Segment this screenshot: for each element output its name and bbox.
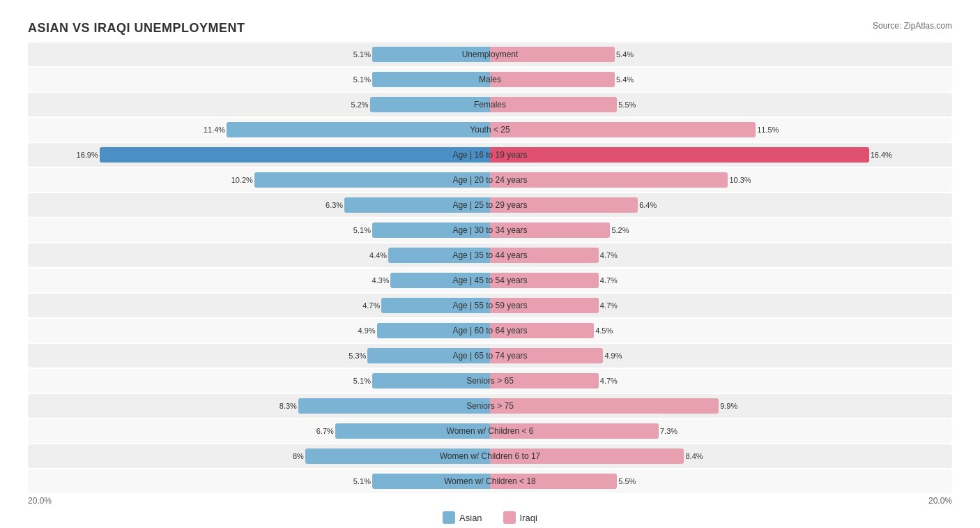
val-asian: 4.3% xyxy=(372,276,389,285)
bar-row: 5.1%5.4%Unemployment xyxy=(28,43,952,66)
val-asian: 5.1% xyxy=(353,377,371,385)
legend-iraqi: Iraqi xyxy=(503,511,537,524)
bar-row: 11.4%11.5%Youth < 25 xyxy=(28,118,952,142)
chart-area: 10.2%10.3%Age | 20 to 24 years xyxy=(28,168,952,192)
chart-area: 5.1%5.5%Women w/ Children < 18 xyxy=(28,469,952,493)
bar-label: Age | 60 to 64 years xyxy=(452,319,527,342)
chart-area: 8.3%9.9%Seniors > 75 xyxy=(28,394,952,418)
val-asian: 10.2% xyxy=(231,176,253,184)
bar-asian xyxy=(100,147,490,163)
bar-row: 5.1%5.2%Age | 30 to 34 years xyxy=(28,218,952,242)
bar-label: Seniors > 65 xyxy=(466,369,514,393)
val-iraqi: 10.3% xyxy=(729,176,751,184)
val-iraqi: 5.5% xyxy=(618,477,636,485)
bar-row: 5.3%4.9%Age | 65 to 74 years xyxy=(28,344,952,368)
val-asian: 6.7% xyxy=(316,427,334,435)
val-asian: 4.9% xyxy=(358,326,376,335)
bar-iraqi xyxy=(490,72,615,87)
bar-iraqi xyxy=(490,398,719,414)
chart-header: ASIAN VS IRAQI UNEMPLOYMENT Source: ZipA… xyxy=(28,21,952,36)
bar-row: 8%8.4%Women w/ Children 6 to 17 xyxy=(28,444,952,468)
bar-label: Age | 25 to 29 years xyxy=(452,193,527,217)
bar-label: Males xyxy=(479,68,501,91)
chart-area: 5.2%5.5%Females xyxy=(28,93,952,116)
bar-row: 5.1%4.7%Seniors > 65 xyxy=(28,369,952,393)
val-iraqi: 16.4% xyxy=(871,151,892,159)
axis-left-label: 20.0% xyxy=(28,496,52,506)
val-iraqi: 4.9% xyxy=(604,352,622,360)
bar-row: 8.3%9.9%Seniors > 75 xyxy=(28,394,952,418)
chart-area: 5.1%5.2%Age | 30 to 34 years xyxy=(28,218,952,242)
val-iraqi: 4.7% xyxy=(600,251,618,259)
bar-row: 4.9%4.5%Age | 60 to 64 years xyxy=(28,319,952,342)
bar-label: Seniors > 75 xyxy=(466,394,514,418)
bar-row: 4.4%4.7%Age | 35 to 44 years xyxy=(28,243,952,267)
val-asian: 16.9% xyxy=(77,151,98,159)
val-asian: 8% xyxy=(293,452,304,460)
val-asian: 6.3% xyxy=(326,201,343,209)
val-asian: 5.1% xyxy=(353,50,371,59)
bar-row: 4.3%4.7%Age | 45 to 54 years xyxy=(28,269,952,292)
bar-row: 6.7%7.3%Women w/ Children < 6 xyxy=(28,419,952,443)
chart-area: 11.4%11.5%Youth < 25 xyxy=(28,118,952,142)
val-asian: 5.3% xyxy=(349,352,366,360)
bar-row: 16.9%16.4%Age | 16 to 19 years xyxy=(28,143,952,167)
chart-container: ASIAN VS IRAQI UNEMPLOYMENT Source: ZipA… xyxy=(14,14,966,528)
chart-legend: Asian Iraqi xyxy=(28,511,952,524)
chart-area: 4.4%4.7%Age | 35 to 44 years xyxy=(28,243,952,267)
bar-label: Age | 30 to 34 years xyxy=(452,218,527,242)
chart-area: 4.3%4.7%Age | 45 to 54 years xyxy=(28,269,952,292)
bar-label: Unemployment xyxy=(462,43,519,66)
chart-area: 8%8.4%Women w/ Children 6 to 17 xyxy=(28,444,952,468)
bar-iraqi xyxy=(490,122,756,137)
bar-asian xyxy=(370,97,490,112)
axis-labels: 20.0% 20.0% xyxy=(28,496,952,506)
val-iraqi: 4.5% xyxy=(595,326,613,335)
val-asian: 5.1% xyxy=(353,75,371,84)
bar-row: 5.2%5.5%Females xyxy=(28,93,952,116)
chart-area: 5.1%4.7%Seniors > 65 xyxy=(28,369,952,393)
legend-asian-label: Asian xyxy=(459,513,482,523)
chart-title: ASIAN VS IRAQI UNEMPLOYMENT xyxy=(28,21,245,36)
bar-label: Age | 55 to 59 years xyxy=(452,294,527,317)
bar-row: 6.3%6.4%Age | 25 to 29 years xyxy=(28,193,952,217)
bar-label: Age | 35 to 44 years xyxy=(452,243,527,267)
chart-source: Source: ZipAtlas.com xyxy=(873,21,952,31)
val-iraqi: 4.7% xyxy=(600,276,618,285)
val-asian: 11.4% xyxy=(204,126,225,134)
legend-iraqi-label: Iraqi xyxy=(520,513,537,523)
val-asian: 8.3% xyxy=(280,402,297,410)
bar-iraqi xyxy=(490,147,869,163)
bar-label: Youth < 25 xyxy=(470,118,510,142)
bar-label: Women w/ Children < 18 xyxy=(444,469,536,493)
bar-asian xyxy=(227,122,490,137)
val-asian: 4.4% xyxy=(369,251,387,259)
chart-area: 4.7%4.7%Age | 55 to 59 years xyxy=(28,294,952,317)
val-iraqi: 5.2% xyxy=(611,226,629,234)
val-iraqi: 4.7% xyxy=(600,301,618,310)
bar-row: 4.7%4.7%Age | 55 to 59 years xyxy=(28,294,952,317)
legend-asian-color xyxy=(443,511,455,524)
legend-iraqi-color xyxy=(503,511,516,524)
chart-area: 6.3%6.4%Age | 25 to 29 years xyxy=(28,193,952,217)
val-iraqi: 5.5% xyxy=(618,100,636,109)
bar-label: Women w/ Children 6 to 17 xyxy=(440,444,541,468)
val-asian: 5.2% xyxy=(351,100,369,109)
val-asian: 5.1% xyxy=(353,226,371,234)
bar-asian xyxy=(298,398,490,414)
chart-area: 4.9%4.5%Age | 60 to 64 years xyxy=(28,319,952,342)
val-iraqi: 8.4% xyxy=(685,452,703,460)
bar-label: Age | 16 to 19 years xyxy=(452,143,527,167)
val-iraqi: 7.3% xyxy=(660,427,677,435)
val-asian: 4.7% xyxy=(362,301,380,310)
bar-iraqi xyxy=(490,97,617,112)
val-iraqi: 5.4% xyxy=(616,75,634,84)
bar-label: Age | 65 to 74 years xyxy=(452,344,527,368)
chart-area: 5.1%5.4%Males xyxy=(28,68,952,91)
legend-asian: Asian xyxy=(443,511,482,524)
bar-label: Age | 20 to 24 years xyxy=(452,168,527,192)
val-iraqi: 6.4% xyxy=(639,201,657,209)
bar-row: 10.2%10.3%Age | 20 to 24 years xyxy=(28,168,952,192)
chart-area: 5.3%4.9%Age | 65 to 74 years xyxy=(28,344,952,368)
chart-body: 5.1%5.4%Unemployment5.1%5.4%Males5.2%5.5… xyxy=(28,43,952,493)
